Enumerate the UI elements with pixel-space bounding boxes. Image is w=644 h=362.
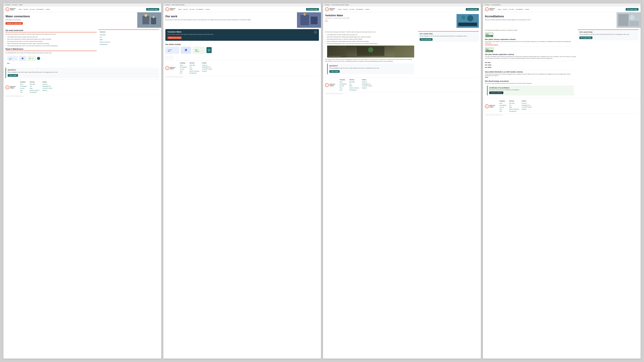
footer2-s-4[interactable]: Reinstatement	[190, 72, 199, 74]
nav-about-1[interactable]: About	[19, 9, 22, 10]
footer-ct-0[interactable]: Contact us	[42, 83, 52, 85]
service-1-0[interactable]: Multi-utility	[100, 34, 158, 36]
footer3-s-1[interactable]: Gas	[350, 83, 359, 85]
carousel-next-2[interactable]: ›	[170, 56, 173, 59]
footer2-ct-1[interactable]: info@utilities.com	[202, 66, 212, 68]
nav-links-3: About Services Our work Accreditations C…	[338, 9, 464, 10]
footer2-s-1[interactable]: Gas	[190, 66, 199, 68]
footer2-c-0[interactable]: About	[180, 64, 187, 66]
footer4-c-0[interactable]: About	[499, 102, 506, 104]
footer4-c-1[interactable]: Accreditations	[499, 104, 506, 106]
footer3-c-0[interactable]: About	[340, 81, 347, 83]
footer-s-1[interactable]: Gas	[30, 85, 40, 87]
cert-cta-4[interactable]: Downlaod certificates	[489, 91, 504, 94]
nav-accreditations-2[interactable]: Accreditations	[196, 9, 204, 10]
nav-accreditations-4[interactable]: Accreditations	[516, 9, 523, 10]
nav-ourwork-3[interactable]: Our work	[350, 9, 354, 10]
nav-contact-4[interactable]: Contact	[525, 9, 529, 10]
footer4-ct-0[interactable]: Contact us	[522, 102, 532, 104]
nav-ourwork-2[interactable]: Our-work	[190, 9, 194, 10]
nav-cta-2[interactable]: Get a quote today	[306, 8, 319, 10]
footer3-c-3[interactable]: Team	[340, 87, 347, 89]
footer-c-0[interactable]: About	[20, 83, 27, 85]
nav-contact-2[interactable]: Contact	[206, 9, 210, 10]
service-1-4[interactable]: Reinstatement	[100, 43, 158, 46]
service-1-3[interactable]: Electric & Telecoms	[100, 41, 158, 43]
footer-c-4[interactable]: Fleet	[20, 91, 27, 93]
hero-cta-1[interactable]: Contact for a quote today	[6, 22, 23, 25]
footer3-s-2[interactable]: Water	[350, 85, 359, 87]
service-1-1[interactable]: Gas	[100, 36, 158, 38]
footer4-ct-1[interactable]: info@utilities.com	[522, 104, 532, 106]
nav-cta-4[interactable]: Get a quote today	[626, 8, 638, 10]
nav-services-3[interactable]: Services	[343, 9, 348, 10]
footer2-c-1[interactable]: Accreditations	[180, 66, 187, 68]
footer-c-3[interactable]: Team	[20, 89, 27, 91]
footer-ct-3[interactable]: Facebook	[42, 89, 52, 91]
nav-ourwork-4[interactable]: Our work	[509, 9, 514, 10]
footer-s-0[interactable]: Multi-utility	[30, 83, 40, 85]
footer3-c-1[interactable]: Accreditations	[340, 83, 347, 85]
footer-ct-2[interactable]: +44 (0)7557 914109	[42, 87, 52, 89]
footer2-c-3[interactable]: Team	[180, 70, 187, 72]
footer3-s-0[interactable]: Multi-utility	[350, 81, 359, 83]
footer2-ct-2[interactable]: +44 (0)7557 914109	[202, 68, 212, 70]
footer-s-4[interactable]: Reinstatement	[30, 91, 40, 93]
footer-s-2[interactable]: Water	[30, 87, 40, 89]
footer4-ct-2[interactable]: +44 (0)7557 914109	[522, 106, 532, 108]
dot-1-inactive[interactable]	[9, 63, 10, 64]
questions-cta-3[interactable]: Call us today	[329, 70, 340, 73]
nav-services-4[interactable]: Services	[503, 9, 508, 10]
footer3-s-3[interactable]: Electric & Telecoms	[350, 87, 359, 89]
nav-cta-3[interactable]: Get a quote today	[466, 8, 479, 10]
footer-c-1[interactable]: Accreditations	[20, 85, 27, 87]
nav-contact-1[interactable]: Contact	[46, 9, 50, 10]
footer4-s-1[interactable]: Gas	[509, 104, 519, 106]
footer4-c-2[interactable]: Our work	[499, 106, 506, 108]
footer-s-3[interactable]: Electric & Telecoms	[30, 89, 40, 91]
nav-cta-1[interactable]: Get a quote today	[146, 8, 159, 10]
footer3-ct-2[interactable]: +44 (0)7557 914109	[362, 85, 372, 87]
accred-intro-4: The following accreditations are held by…	[485, 29, 576, 31]
get-quote-cta-3[interactable]: Get a quote today	[420, 38, 432, 41]
footer4-s-2[interactable]: Water	[509, 106, 519, 108]
questions-cta-1[interactable]: Call us today	[8, 74, 18, 77]
nav-accreditations-1[interactable]: Accreditations	[36, 9, 44, 10]
footer2-ct-0[interactable]: Contact us	[202, 64, 212, 66]
dark-card-cta-2[interactable]: Read full case study	[168, 36, 182, 39]
wirs-link-4[interactable]: Download WIRS certificate	[485, 44, 576, 45]
nav-services-2[interactable]: Services	[183, 9, 188, 10]
footer4-s-3[interactable]: Electric & Telecoms	[509, 108, 519, 110]
footer-ct-1[interactable]: info@utilities.com	[42, 85, 52, 87]
footer3-ct-3[interactable]: Facebook	[362, 87, 372, 89]
nav-accreditations-3[interactable]: Accreditations	[356, 9, 364, 10]
footer3-s-4[interactable]: Reinstatement	[350, 89, 359, 91]
nav-contact-3[interactable]: Contact	[365, 9, 369, 10]
footer2-s-3[interactable]: Electric & Telecoms	[190, 70, 199, 72]
nav-ourwork-1[interactable]: Our work	[30, 9, 34, 10]
dot-1-active[interactable]	[8, 63, 8, 64]
footer-company-col-2: Company About Accreditations Our work Te…	[180, 62, 187, 74]
footer3-ct-1[interactable]: info@utilities.com	[362, 83, 372, 85]
nav-about-3[interactable]: About	[338, 9, 341, 10]
footer2-s-0[interactable]: Multi-utility	[190, 64, 199, 66]
nav-about-2[interactable]: About	[178, 9, 182, 10]
footer2-s-2[interactable]: Water	[190, 68, 199, 70]
footer2-c-2[interactable]: Our work	[180, 68, 187, 70]
footer4-s-0[interactable]: Multi-utility	[509, 102, 519, 104]
footer3-c-4[interactable]: Fleet	[340, 89, 347, 91]
footer2-ct-3[interactable]: Facebook	[202, 70, 212, 72]
get-quote-cta-4[interactable]: Get a quote today	[580, 36, 592, 39]
footer4-c-4[interactable]: Fleet	[499, 110, 506, 112]
footer2-c-4[interactable]: Fleet	[180, 72, 187, 74]
nav-about-4[interactable]: About	[498, 9, 501, 10]
footer4-c-3[interactable]: Team	[499, 108, 506, 110]
nav-services-1[interactable]: Services	[24, 9, 28, 10]
footer-c-2[interactable]: Our work	[20, 87, 27, 89]
service-1-2[interactable]: Water	[100, 38, 158, 41]
footer4-ct-3[interactable]: Facebook	[522, 108, 532, 110]
footer4-s-4[interactable]: Reinstatement	[509, 110, 519, 112]
footer3-c-2[interactable]: Our work	[340, 85, 347, 87]
footer3-ct-0[interactable]: Contact us	[362, 81, 372, 83]
carousel-prev-2[interactable]: ‹	[165, 56, 169, 59]
